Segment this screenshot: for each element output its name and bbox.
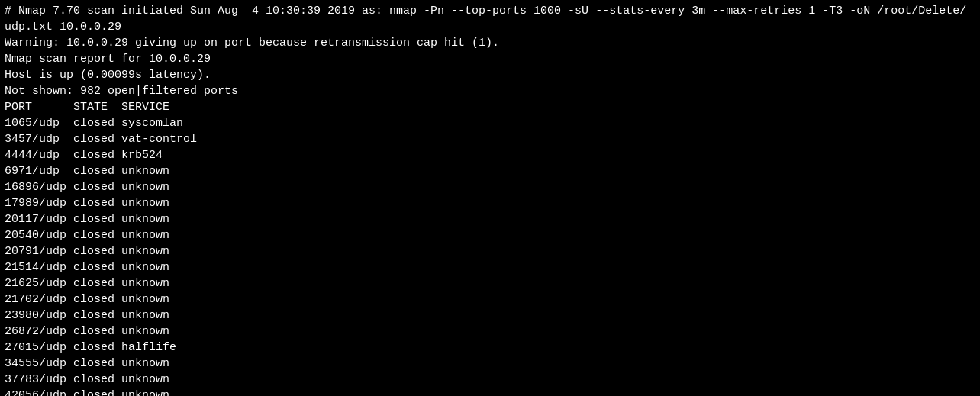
terminal-line: 37783/udp closed unknown bbox=[5, 372, 975, 388]
terminal-line: 26872/udp closed unknown bbox=[5, 324, 975, 340]
terminal-output: # Nmap 7.70 scan initiated Sun Aug 4 10:… bbox=[0, 0, 980, 396]
terminal-line: Warning: 10.0.0.29 giving up on port bec… bbox=[5, 35, 975, 51]
terminal-line: 3457/udp closed vat-control bbox=[5, 131, 975, 147]
terminal-line: Nmap scan report for 10.0.0.29 bbox=[5, 51, 975, 67]
terminal-line: # Nmap 7.70 scan initiated Sun Aug 4 10:… bbox=[5, 3, 975, 19]
terminal-line: PORT STATE SERVICE bbox=[5, 99, 975, 115]
terminal-line: 21702/udp closed unknown bbox=[5, 291, 975, 307]
terminal-line: 23980/udp closed unknown bbox=[5, 307, 975, 324]
terminal-line: udp.txt 10.0.0.29 bbox=[5, 19, 975, 35]
terminal-line: 20791/udp closed unknown bbox=[5, 243, 975, 259]
terminal-line: 21625/udp closed unknown bbox=[5, 275, 975, 291]
terminal-line: Not shown: 982 open|filtered ports bbox=[5, 83, 975, 99]
terminal-line: 1065/udp closed syscomlan bbox=[5, 115, 975, 131]
terminal-line: 4444/udp closed krb524 bbox=[5, 147, 975, 163]
terminal-line: 6971/udp closed unknown bbox=[5, 163, 975, 179]
terminal-line: 27015/udp closed halflife bbox=[5, 340, 975, 356]
terminal-line: 34555/udp closed unknown bbox=[5, 356, 975, 372]
terminal-line: 42056/udp closed unknown bbox=[5, 388, 975, 396]
terminal-line: Host is up (0.00099s latency). bbox=[5, 67, 975, 83]
terminal-line: 17989/udp closed unknown bbox=[5, 195, 975, 211]
terminal-line: 20540/udp closed unknown bbox=[5, 227, 975, 243]
terminal-line: 16896/udp closed unknown bbox=[5, 179, 975, 195]
terminal-line: 21514/udp closed unknown bbox=[5, 259, 975, 275]
terminal-line: 20117/udp closed unknown bbox=[5, 211, 975, 227]
